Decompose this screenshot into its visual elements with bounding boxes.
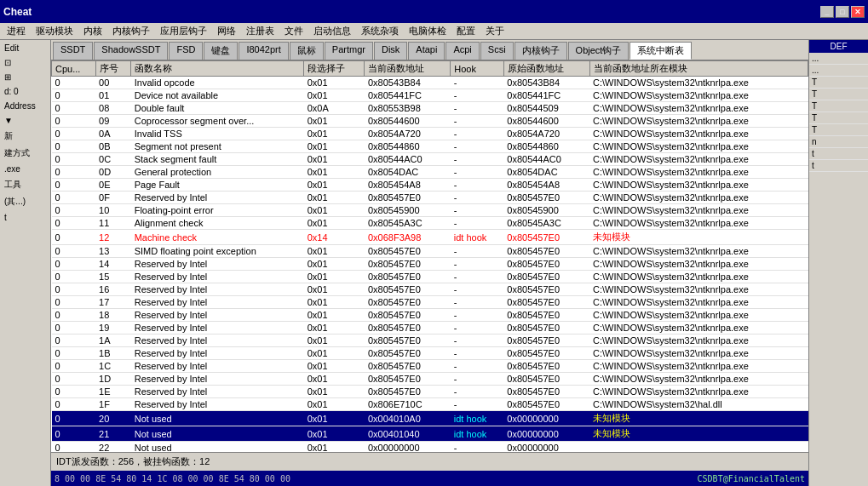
tab-Partmgr[interactable]: Partmgr	[325, 42, 373, 60]
menu-item-注册表[interactable]: 注册表	[241, 23, 279, 39]
col-header-函数名称[interactable]: 函数名称	[131, 61, 304, 77]
hex-text: 8 00 00 8E 54 80 14 1C 08 00 00 8E 54 80…	[55, 474, 698, 483]
menu-item-系统杂项[interactable]: 系统杂项	[356, 23, 404, 39]
col-header-Hook[interactable]: Hook	[451, 61, 504, 77]
tab-FSD[interactable]: FSD	[169, 42, 203, 60]
sidebar-item[interactable]: ⊞	[2, 71, 49, 83]
col-header-段选择子[interactable]: 段选择子	[304, 61, 365, 77]
table-row[interactable]: 00CStack segment fault0x010x80544AC0-0x8…	[52, 153, 808, 166]
tab-键盘[interactable]: 键盘	[204, 42, 238, 60]
tab-内核钩子[interactable]: 内核钩子	[514, 42, 567, 60]
right-panel-item: T	[809, 77, 868, 89]
table-row[interactable]: 001Device not available0x010x805441FC-0x…	[52, 89, 808, 102]
table-row[interactable]: 022Not used0x010x00000000-0x00000000	[52, 442, 808, 453]
tab-Atapi[interactable]: Atapi	[408, 42, 445, 60]
left-sidebar: Edit⊡⊞d: 0Address▼新建方式.exe工具(其...)t	[0, 40, 51, 486]
right-panel-title: DEF	[809, 40, 868, 53]
table-row[interactable]: 016Reserved by Intel0x010x805457E0-0x805…	[52, 283, 808, 296]
table-row[interactable]: 015Reserved by Intel0x010x805457E0-0x805…	[52, 271, 808, 283]
tab-系统中断表[interactable]: 系统中断表	[629, 42, 692, 60]
title-bar-buttons: _ □ ✕	[820, 6, 865, 18]
table-row[interactable]: 019Reserved by Intel0x010x805457E0-0x805…	[52, 322, 808, 334]
close-button[interactable]: ✕	[851, 6, 865, 18]
sidebar-item[interactable]: .exe	[2, 163, 49, 175]
sidebar-item[interactable]: d: 0	[2, 85, 49, 98]
table-row[interactable]: 01FReserved by Intel0x010x806E710C-0x805…	[52, 398, 808, 411]
tab-Disk[interactable]: Disk	[374, 42, 407, 60]
right-panel-item: T	[809, 112, 868, 124]
status-text: IDT派发函数：256，被挂钩函数：12	[56, 455, 210, 468]
table-row[interactable]: 00DGeneral protection0x010x8054DAC-0x805…	[52, 166, 808, 179]
table-row[interactable]: 014Reserved by Intel0x010x805457E0-0x805…	[52, 258, 808, 271]
menu-item-配置[interactable]: 配置	[451, 23, 480, 39]
tab-Acpi[interactable]: Acpi	[445, 42, 479, 60]
right-panel-item: T	[809, 124, 868, 136]
table-row[interactable]: 00FReserved by Intel0x010x805457E0-0x805…	[52, 192, 808, 204]
table-row[interactable]: 00EPage Fault0x010x805454A8-0x805454A8C:…	[52, 179, 808, 192]
sidebar-item[interactable]: Address	[2, 100, 49, 112]
tab-SSDT[interactable]: SSDT	[53, 42, 93, 60]
table-row[interactable]: 008Double fault0x0A0x80553B98-0x80544509…	[52, 102, 808, 115]
menu-item-关于[interactable]: 关于	[480, 23, 509, 39]
table-row[interactable]: 018Reserved by Intel0x010x805457E0-0x805…	[52, 309, 808, 322]
table-row[interactable]: 01BReserved by Intel0x010x805457E0-0x805…	[52, 347, 808, 360]
right-panel: DEF ......TTTTTntt	[808, 40, 868, 486]
col-header-当前函数地址所在模块[interactable]: 当前函数地址所在模块	[589, 61, 808, 77]
table-row[interactable]: 020Not used0x010x004010A0idt hook0x00000…	[52, 411, 808, 426]
menu-item-网络[interactable]: 网络	[212, 23, 241, 39]
col-header-原始函数地址[interactable]: 原始函数地址	[503, 61, 589, 77]
title-bar: Cheat _ □ ✕	[0, 0, 868, 23]
col-header-序号[interactable]: 序号	[95, 61, 131, 77]
main-area: Edit⊡⊞d: 0Address▼新建方式.exe工具(其...)t SSDT…	[0, 40, 868, 486]
sidebar-item[interactable]: ▼	[2, 114, 49, 127]
menu-bar: 进程驱动模块内核内核钩子应用层钩子网络注册表文件启动信息系统杂项电脑体检配置关于	[0, 23, 868, 40]
idt-table: Cpu...序号函数名称段选择子当前函数地址Hook原始函数地址当前函数地址所在…	[51, 60, 808, 452]
right-panel-item: n	[809, 136, 868, 148]
menu-item-启动信息[interactable]: 启动信息	[308, 23, 356, 39]
table-row[interactable]: 011Alignment check0x010x80545A3C-0x80545…	[52, 217, 808, 230]
minimize-button[interactable]: _	[820, 6, 834, 18]
sidebar-item[interactable]: (其...)	[2, 194, 49, 209]
menu-item-应用层钩子[interactable]: 应用层钩子	[155, 23, 212, 39]
sidebar-item[interactable]: 建方式	[2, 146, 49, 161]
col-header-当前函数地址[interactable]: 当前函数地址	[365, 61, 451, 77]
menu-item-电脑体检[interactable]: 电脑体检	[404, 23, 451, 39]
table-row[interactable]: 01AReserved by Intel0x010x805457E0-0x805…	[52, 334, 808, 347]
center-panel: SSDTShadowSSDTFSD键盘I8042prt鼠标PartmgrDisk…	[51, 40, 808, 486]
table-row[interactable]: 000Invalid opcode0x010x80543B84-0x80543B…	[52, 77, 808, 89]
table-row[interactable]: 00BSegment not present0x010x80544860-0x8…	[52, 140, 808, 153]
table-row[interactable]: 00AInvalid TSS0x010x8054A720-0x8054A720C…	[52, 128, 808, 140]
table-row[interactable]: 013SIMD floating point exception0x010x80…	[52, 245, 808, 258]
right-panel-item: ...	[809, 65, 868, 77]
sidebar-item[interactable]: 工具	[2, 177, 49, 192]
table-row[interactable]: 01EReserved by Intel0x010x805457E0-0x805…	[52, 386, 808, 398]
table-row[interactable]: 012Machine check0x140x068F3A98idt hook0x…	[52, 230, 808, 245]
table-row[interactable]: 017Reserved by Intel0x010x805457E0-0x805…	[52, 296, 808, 309]
tab-Object钩子[interactable]: Object钩子	[568, 42, 629, 60]
sidebar-item[interactable]: t	[2, 211, 49, 224]
col-header-Cpu...[interactable]: Cpu...	[52, 61, 96, 77]
table-row[interactable]: 009Coprocessor segment over...0x010x8054…	[52, 115, 808, 128]
table-row[interactable]: 01DReserved by Intel0x010x805457E0-0x805…	[52, 373, 808, 386]
menu-item-内核[interactable]: 内核	[78, 23, 107, 39]
tab-I8042prt[interactable]: I8042prt	[239, 42, 288, 60]
menu-item-文件[interactable]: 文件	[279, 23, 308, 39]
menu-item-进程[interactable]: 进程	[2, 23, 31, 39]
top-tabs-row1: SSDTShadowSSDTFSD键盘I8042prt鼠标PartmgrDisk…	[51, 40, 808, 60]
table-row[interactable]: 01CReserved by Intel0x010x805457E0-0x805…	[52, 360, 808, 373]
tab-Scsi[interactable]: Scsi	[480, 42, 514, 60]
title-text: Cheat	[3, 6, 820, 18]
right-panel-item: t	[809, 148, 868, 160]
table-container[interactable]: Cpu...序号函数名称段选择子当前函数地址Hook原始函数地址当前函数地址所在…	[51, 60, 808, 452]
sidebar-item[interactable]: Edit	[2, 42, 49, 54]
sidebar-item[interactable]: ⊡	[2, 56, 49, 69]
right-panel-item: t	[809, 160, 868, 172]
table-row[interactable]: 021Not used0x010x00401040idt hook0x00000…	[52, 426, 808, 442]
maximize-button[interactable]: □	[836, 6, 849, 18]
table-row[interactable]: 010Floating-point error0x010x80545900-0x…	[52, 204, 808, 217]
tab-ShadowSSDT[interactable]: ShadowSSDT	[94, 42, 168, 60]
menu-item-驱动模块[interactable]: 驱动模块	[31, 23, 78, 39]
menu-item-内核钩子[interactable]: 内核钩子	[107, 23, 155, 39]
sidebar-item[interactable]: 新	[2, 129, 49, 144]
tab-鼠标[interactable]: 鼠标	[290, 42, 324, 60]
